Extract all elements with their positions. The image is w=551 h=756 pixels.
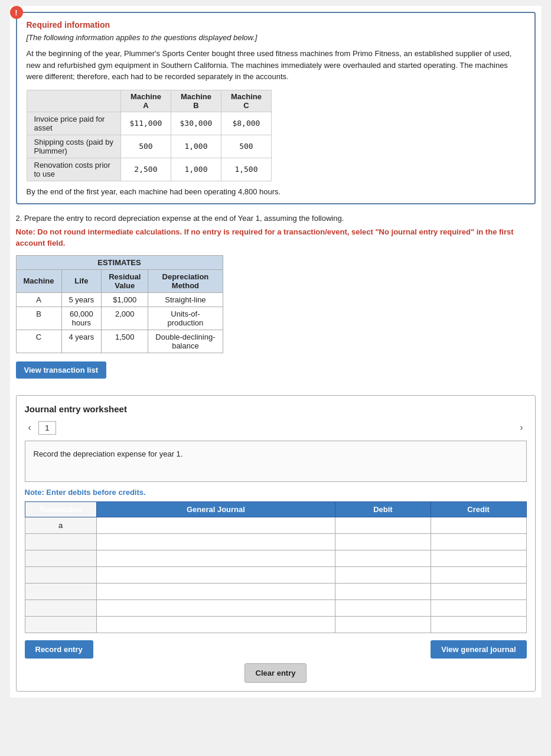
debit-input-1[interactable] (339, 520, 427, 530)
est-row-a-method: Straight-line (148, 292, 223, 307)
credit-cell-3[interactable] (431, 550, 526, 566)
machine-table: MachineA MachineB MachineC Invoice price… (27, 90, 272, 181)
journal-entry-table: Transaction General Journal Debit Credit… (25, 501, 527, 633)
invoice-a: $11,000 (120, 112, 171, 135)
debit-cell-2[interactable] (335, 533, 431, 550)
debit-cell-7[interactable] (335, 616, 431, 633)
renovation-a: 2,500 (120, 158, 171, 181)
clear-btn-wrapper: Clear entry (25, 663, 527, 683)
col-credit: Credit (431, 501, 526, 517)
tx-cell-4 (25, 566, 96, 583)
debit-input-6[interactable] (339, 603, 427, 613)
bottom-btn-row: Record entry View general journal (25, 640, 527, 659)
gj-cell-3[interactable] (96, 550, 335, 566)
shipping-b: 1,000 (171, 135, 221, 158)
view-general-journal-button[interactable]: View general journal (431, 640, 526, 659)
credit-input-7[interactable] (435, 620, 523, 630)
est-row-b-life: 60,000hours (61, 307, 102, 330)
est-col-machine: Machine (16, 269, 61, 292)
gj-input-2[interactable] (100, 537, 331, 547)
gj-input-1[interactable] (100, 520, 331, 530)
credit-cell-7[interactable] (431, 616, 526, 633)
machine-a-header: MachineA (120, 90, 171, 112)
gj-input-6[interactable] (100, 603, 331, 613)
est-col-life: Life (61, 269, 102, 292)
credit-input-1[interactable] (435, 520, 523, 530)
required-title: Required information (27, 20, 525, 30)
debit-input-5[interactable] (339, 586, 427, 597)
credit-input-2[interactable] (435, 537, 523, 547)
invoice-c: $8,000 (221, 112, 271, 135)
record-entry-button[interactable]: Record entry (25, 640, 93, 659)
debit-input-4[interactable] (339, 570, 427, 580)
machine-c-header: MachineC (221, 90, 271, 112)
by-end-text: By the end of the first year, each machi… (27, 187, 525, 196)
debit-cell-6[interactable] (335, 599, 431, 616)
est-row-a-residual: $1,000 (102, 292, 148, 307)
renovation-c: 1,500 (221, 158, 271, 181)
table-row (25, 550, 526, 566)
est-row-b-method: Units-of-production (148, 307, 223, 330)
col-general-journal: General Journal (96, 501, 335, 517)
gj-cell-2[interactable] (96, 533, 335, 550)
gj-cell-5[interactable] (96, 583, 335, 599)
credit-cell-5[interactable] (431, 583, 526, 599)
estimates-wrapper: ESTIMATES Machine Life ResidualValue Dep… (16, 255, 536, 353)
gj-input-3[interactable] (100, 553, 331, 563)
debit-input-3[interactable] (339, 553, 427, 563)
machine-table-empty-header (27, 90, 120, 112)
exclamation-badge: ! (10, 6, 23, 19)
est-row-c-method: Double-declining-balance (148, 330, 223, 353)
est-row-c-life: 4 years (61, 330, 102, 353)
est-row-b-residual: 2,000 (102, 307, 148, 330)
estimates-title-header: ESTIMATES (16, 255, 223, 269)
table-row (25, 599, 526, 616)
credit-cell-2[interactable] (431, 533, 526, 550)
gj-cell-6[interactable] (96, 599, 335, 616)
credit-input-4[interactable] (435, 570, 523, 580)
credit-input-3[interactable] (435, 553, 523, 563)
gj-cell-4[interactable] (96, 566, 335, 583)
tx-cell-1: a (25, 517, 96, 533)
required-subtitle: [The following information applies to th… (27, 33, 525, 42)
row-label-invoice: Invoice price paid forasset (27, 112, 120, 135)
table-row (25, 566, 526, 583)
tx-cell-3 (25, 550, 96, 566)
nav-right-arrow[interactable]: › (516, 421, 526, 434)
col-transaction: Transaction (25, 501, 96, 517)
debit-cell-5[interactable] (335, 583, 431, 599)
machine-b-header: MachineB (171, 90, 221, 112)
credit-input-5[interactable] (435, 586, 523, 597)
credit-cell-1[interactable] (431, 517, 526, 533)
clear-entry-button[interactable]: Clear entry (244, 663, 307, 683)
est-row-a-machine: A (16, 292, 61, 307)
gj-cell-7[interactable] (96, 616, 335, 633)
gj-input-4[interactable] (100, 570, 331, 580)
est-col-method: DepreciationMethod (148, 269, 223, 292)
nav-row: ‹ 1 › (25, 421, 527, 435)
page-wrapper: ! Required information [The following in… (10, 6, 542, 698)
credit-cell-6[interactable] (431, 599, 526, 616)
nav-left-arrow[interactable]: ‹ (25, 421, 35, 434)
tx-cell-5 (25, 583, 96, 599)
credit-input-6[interactable] (435, 603, 523, 613)
tx-cell-2 (25, 533, 96, 550)
estimates-table: ESTIMATES Machine Life ResidualValue Dep… (16, 255, 223, 353)
table-row (25, 616, 526, 633)
debit-cell-3[interactable] (335, 550, 431, 566)
journal-worksheet-title: Journal entry worksheet (25, 404, 527, 414)
view-transaction-list-button[interactable]: View transaction list (16, 361, 106, 379)
debit-input-2[interactable] (339, 537, 427, 547)
gj-input-5[interactable] (100, 586, 331, 597)
shipping-c: 500 (221, 135, 271, 158)
gj-input-7[interactable] (100, 620, 331, 630)
est-col-residual: ResidualValue (102, 269, 148, 292)
gj-cell-1[interactable] (96, 517, 335, 533)
note-debits-text: Note: Enter debits before credits. (25, 488, 527, 497)
debit-cell-1[interactable] (335, 517, 431, 533)
est-row-b-machine: B (16, 307, 61, 330)
col-debit: Debit (335, 501, 431, 517)
credit-cell-4[interactable] (431, 566, 526, 583)
debit-cell-4[interactable] (335, 566, 431, 583)
debit-input-7[interactable] (339, 620, 427, 630)
